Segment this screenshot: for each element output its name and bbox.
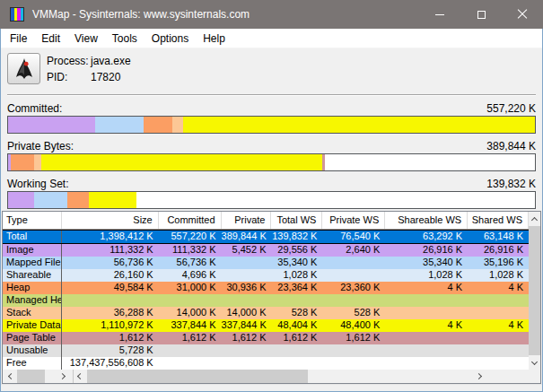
table-row-shareable[interactable]: Shareable26,160 K4,696 K1,028 K1,028 K1,… [3,269,529,282]
cell-size: 1,110,972 K [62,319,159,332]
column-header-total-ws[interactable]: Total WS [271,212,322,229]
table-row-managed-heap[interactable]: Managed Heap [3,294,529,307]
cell-private-ws [322,269,385,282]
maximize-icon [477,11,486,19]
menu-item-help[interactable]: Help [196,30,232,48]
bar-segment-image [8,192,34,208]
table-row-heap[interactable]: Heap49,584 K31,000 K30,936 K23,364 K23,3… [3,282,529,294]
cell-type: Heap [3,282,62,294]
cell-type: Free [3,357,62,370]
cell-committed: 1,612 K [159,332,222,344]
cell-shareable-ws [385,344,468,357]
cell-private [222,357,272,370]
chevron-right-icon [59,373,66,379]
pid-value: 17820 [91,71,131,83]
cell-private-ws: 23,360 K [322,282,385,294]
separator-line [7,94,536,96]
cell-shareable-ws: 35,340 K [385,257,468,269]
cell-shareable-ws: 4 K [385,282,468,294]
cell-committed: 14,000 K [159,307,222,319]
cell-shared-ws [468,357,529,370]
cell-shareable-ws [385,357,468,370]
type-column-scrollbar[interactable] [4,370,69,383]
cell-shareable-ws [385,332,468,344]
table-row-unusable[interactable]: Unusable5,728 K [3,344,529,357]
cell-private-ws: 1,612 K [322,332,385,344]
process-icon-button[interactable] [7,53,40,84]
cell-size: 5,728 K [62,344,159,357]
cell-private: 389,844 K [222,231,272,243]
menu-item-options[interactable]: Options [145,30,196,48]
process-label: Process: [47,55,91,67]
cell-shared-ws [468,344,529,357]
scroll-left-button[interactable] [74,370,85,383]
title-bar[interactable]: VMMap - Sysinternals: www.sysinternals.c… [0,0,543,29]
scroll-left-button[interactable] [4,370,16,383]
cell-total-ws [271,294,322,307]
cell-private [222,269,272,282]
menu-item-tools[interactable]: Tools [105,30,145,48]
bottom-strip [0,384,543,392]
cell-type: Image [3,244,62,257]
close-button[interactable] [502,0,543,29]
cell-private-ws: 528 K [322,307,385,319]
cell-type: Private Data [3,319,62,332]
scroll-right-button[interactable] [474,370,486,383]
cell-total-ws: 48,404 K [271,319,322,332]
column-header-private[interactable]: Private [222,212,272,229]
column-header-type[interactable]: Type [3,212,62,229]
table-row-page-table[interactable]: Page Table1,612 K1,612 K1,612 K1,612 K1,… [3,332,529,344]
menu-item-edit[interactable]: Edit [34,30,67,48]
bar-segment-image [8,117,95,133]
cell-type: Shareable [3,269,62,282]
cell-shareable-ws: 26,916 K [385,244,468,257]
chevron-up-icon [531,216,538,222]
table-row-private-data[interactable]: Private Data1,110,972 K337,844 K337,844 … [3,319,529,332]
vertical-scrollbar[interactable] [529,212,540,370]
values-scrollbar[interactable] [73,370,486,383]
column-header-size[interactable]: Size [62,212,159,229]
vmmap-window: VMMap - Sysinternals: www.sysinternals.c… [0,0,543,392]
working-set-bar [7,191,536,209]
table-row-mapped-file[interactable]: Mapped File56,736 K56,736 K35,340 K35,34… [3,257,529,269]
bar-label-row-committed: Committed:557,220 K [7,102,536,116]
scroll-down-button[interactable] [529,355,540,370]
scroll-up-button[interactable] [529,212,540,226]
menu-item-view[interactable]: View [67,30,105,48]
cell-size: 26,160 K [62,269,159,282]
private-bytes-bar [7,153,536,171]
vertical-scroll-thumb[interactable] [529,226,540,355]
minimize-button[interactable] [419,0,460,29]
cell-shareable-ws: 1,028 K [385,269,468,282]
table-row-image[interactable]: Image111,332 K111,332 K5,452 K29,556 K2,… [3,244,529,257]
cell-private-ws [322,257,385,269]
cell-type: Page Table [3,332,62,344]
table-row-total[interactable]: Total1,398,412 K557,220 K389,844 K139,83… [3,230,529,244]
scroll-right-button[interactable] [57,370,69,383]
cell-total-ws: 23,364 K [271,282,322,294]
cell-size: 137,437,556,608 K [62,357,159,370]
table-row-stack[interactable]: Stack36,288 K14,000 K14,000 K528 K528 K [3,307,529,319]
cell-shareable-ws: 4 K [385,319,468,332]
cell-private-ws: 48,400 K [322,319,385,332]
cell-shared-ws [468,332,529,344]
cell-shared-ws [468,294,529,307]
column-header-shareable-ws[interactable]: Shareable WS [385,212,468,229]
bar-label-row-working-set: Working Set:139,832 K [7,178,536,191]
column-header-shared-ws[interactable]: Shared WS [468,212,529,229]
table-row-free[interactable]: Free137,437,556,608 K [3,357,529,370]
maximize-button[interactable] [460,0,502,29]
memory-bars-section: Committed:557,220 KPrivate Bytes:389,844… [0,102,543,209]
cell-committed [159,344,222,357]
horizontal-scroll-thumb[interactable] [87,370,308,383]
horizontal-scroll-thumb[interactable] [17,370,45,383]
cell-committed: 56,736 K [159,257,222,269]
column-header-private-ws[interactable]: Private WS [322,212,385,229]
cell-size: 56,736 K [62,257,159,269]
table-rows: Total1,398,412 K557,220 K389,844 K139,83… [3,230,529,370]
cell-private-ws [322,294,385,307]
column-header-committed[interactable]: Committed [159,212,222,229]
menu-item-file[interactable]: File [3,30,34,48]
cell-private: 30,936 K [222,282,272,294]
cell-committed [159,294,222,307]
